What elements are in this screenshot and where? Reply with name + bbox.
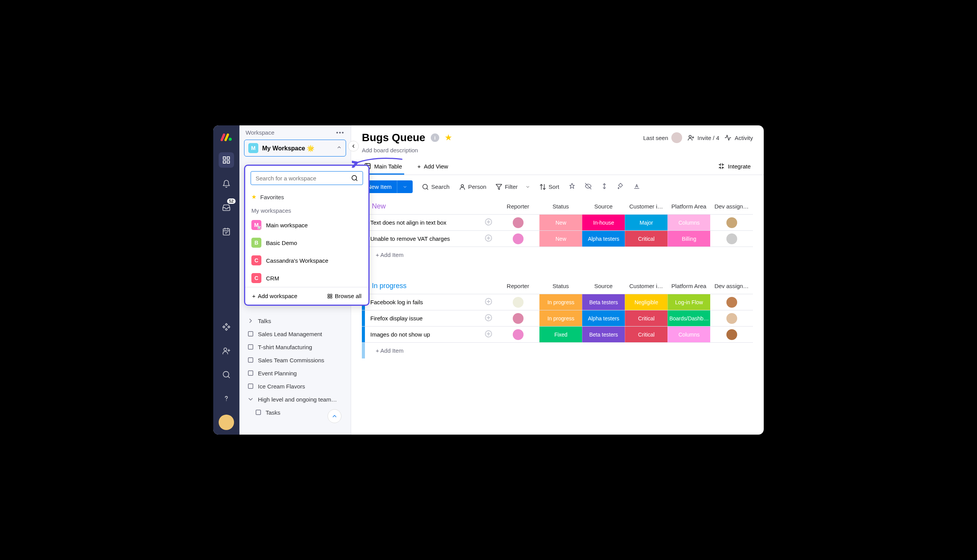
item-name[interactable]: Unable to remove VAT charges [365, 235, 484, 242]
help-icon[interactable] [219, 391, 234, 406]
person-button[interactable]: Person [459, 183, 487, 190]
workspace-selector[interactable]: M My Workspace 🌟 [244, 140, 346, 157]
nav-item[interactable]: High level and ongoing team… [243, 393, 348, 406]
hide-icon[interactable] [585, 183, 592, 191]
item-name[interactable]: Firefox display issue [365, 315, 484, 322]
item-name[interactable]: Facebook log in fails [365, 299, 484, 305]
chat-icon[interactable] [484, 234, 497, 244]
status-cell[interactable]: New [539, 215, 582, 230]
status-cell[interactable]: Major [625, 215, 668, 230]
info-icon[interactable]: i [431, 133, 439, 142]
column-header[interactable]: Reporter [497, 280, 539, 292]
avatar-cell[interactable] [497, 294, 539, 310]
filter-button[interactable]: Filter [495, 183, 530, 190]
search-button[interactable]: Search [422, 183, 450, 190]
nav-item[interactable]: Sales Team Commissions [243, 353, 348, 367]
workspace-option[interactable]: BBasic Demo [245, 234, 368, 252]
status-cell[interactable]: Beta testers [582, 294, 625, 310]
column-header[interactable]: Platform Area [668, 280, 710, 292]
group-title[interactable]: In progress [372, 282, 407, 290]
sort-button[interactable]: Sort [539, 183, 559, 190]
column-header[interactable]: Reporter [497, 201, 539, 212]
status-cell[interactable]: Alpha testers [582, 310, 625, 326]
table-row[interactable]: Facebook log in fails In progressBeta te… [362, 294, 753, 310]
chat-icon[interactable] [484, 330, 497, 340]
color-icon[interactable] [617, 183, 624, 191]
avatar-cell[interactable] [497, 327, 539, 342]
nav-item[interactable]: Talks [243, 314, 348, 327]
browse-all[interactable]: Browse all [327, 293, 361, 299]
height-icon[interactable] [601, 183, 608, 191]
group-title[interactable]: New [372, 202, 386, 210]
status-cell[interactable]: In progress [539, 310, 582, 326]
avatar-cell[interactable] [710, 215, 753, 230]
chat-icon[interactable] [484, 218, 497, 228]
status-cell[interactable]: Critical [625, 231, 668, 247]
item-name[interactable]: Images do not show up [365, 331, 484, 338]
tab-add-view[interactable]: + Add View [415, 159, 450, 175]
chat-icon[interactable] [484, 313, 497, 323]
status-cell[interactable]: Alpha testers [582, 231, 625, 247]
table-row[interactable]: Unable to remove VAT charges NewAlpha te… [362, 230, 753, 247]
favorites-section[interactable]: ★ Favorites [245, 190, 368, 203]
status-cell[interactable]: Critical [625, 327, 668, 342]
search-input[interactable] [256, 175, 351, 182]
workspace-option[interactable]: MMain workspace [245, 216, 368, 234]
pin-icon[interactable] [569, 183, 575, 191]
status-cell[interactable]: Beta testers [582, 327, 625, 342]
nav-item[interactable]: T-shirt Manufacturing [243, 340, 348, 353]
avatar-cell[interactable] [497, 310, 539, 326]
add-item-button[interactable]: + Add Item [369, 343, 410, 358]
table-row[interactable]: Text does not align in text box NewIn-ho… [362, 214, 753, 230]
nav-item[interactable]: Event Planning [243, 367, 348, 380]
workspace-menu-icon[interactable]: ••• [336, 129, 345, 136]
last-seen[interactable]: Last seen [643, 132, 682, 143]
collapse-sidebar-button[interactable] [348, 141, 359, 152]
status-cell[interactable]: New [539, 231, 582, 247]
status-cell[interactable]: In progress [539, 294, 582, 310]
baseline-icon[interactable] [633, 183, 640, 191]
nav-item[interactable]: Sales Lead Management [243, 327, 348, 340]
avatar-cell[interactable] [710, 310, 753, 326]
activity-button[interactable]: Activity [724, 134, 753, 141]
board-description[interactable]: Add board description [351, 147, 764, 159]
chevron-down-icon[interactable] [397, 180, 413, 193]
nav-item[interactable]: Ice Cream Flavors [243, 380, 348, 393]
status-cell[interactable]: Columns [668, 327, 710, 342]
my-week-icon[interactable] [219, 224, 234, 239]
notifications-icon[interactable] [219, 176, 234, 192]
column-header[interactable]: Source [582, 280, 625, 292]
apps-icon[interactable] [219, 319, 234, 335]
invite-icon[interactable] [219, 343, 234, 358]
column-header[interactable]: Status [539, 201, 582, 212]
column-header[interactable]: Customer i… [625, 201, 668, 212]
status-cell[interactable]: Boards/Dashb… [668, 310, 710, 326]
table-row[interactable]: Images do not show up FixedBeta testersC… [362, 326, 753, 342]
status-cell[interactable]: In-house [582, 215, 625, 230]
scroll-up-button[interactable] [328, 409, 341, 423]
search-icon[interactable] [219, 367, 234, 382]
avatar-cell[interactable] [497, 231, 539, 247]
column-header[interactable]: Customer i… [625, 280, 668, 292]
column-header[interactable]: Source [582, 201, 625, 212]
table-row[interactable]: Firefox display issue In progressAlpha t… [362, 310, 753, 326]
avatar-cell[interactable] [710, 327, 753, 342]
invite-button[interactable]: Invite / 4 [688, 134, 719, 141]
chat-icon[interactable] [484, 297, 497, 307]
column-header[interactable]: Dev assign… [710, 201, 753, 212]
integrate-button[interactable]: Integrate [716, 159, 753, 175]
workspaces-icon[interactable] [219, 152, 234, 168]
item-name[interactable]: Text does not align in text box [365, 219, 484, 226]
status-cell[interactable]: Critical [625, 310, 668, 326]
avatar-cell[interactable] [710, 294, 753, 310]
user-avatar[interactable] [219, 415, 234, 430]
workspace-option[interactable]: CCassandra's Workspace [245, 252, 368, 269]
avatar-cell[interactable] [710, 231, 753, 247]
status-cell[interactable]: Billing [668, 231, 710, 247]
status-cell[interactable]: Columns [668, 215, 710, 230]
status-cell[interactable]: Fixed [539, 327, 582, 342]
avatar-cell[interactable] [497, 215, 539, 230]
add-item-button[interactable]: + Add Item [369, 248, 410, 262]
status-cell[interactable]: Log-in Flow [668, 294, 710, 310]
status-cell[interactable]: Negligible [625, 294, 668, 310]
